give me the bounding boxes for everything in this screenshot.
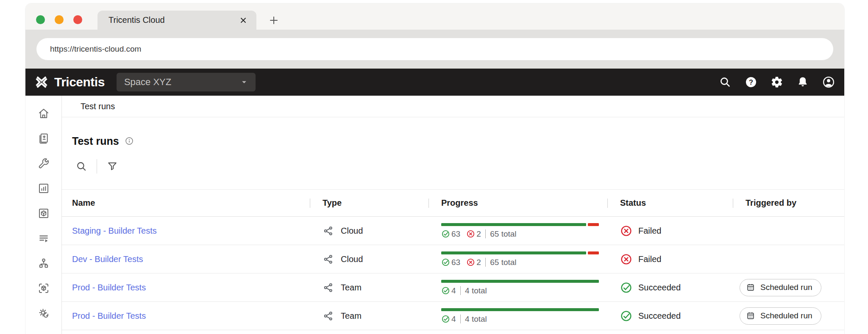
progress-passed-segment — [441, 280, 599, 283]
column-header-name[interactable]: Name — [62, 198, 310, 208]
column-header-triggered-by[interactable]: Triggered by — [733, 198, 844, 208]
failed-count-icon — [466, 258, 475, 267]
window-zoom-button[interactable] — [36, 15, 45, 24]
status-cell: Succeeded — [607, 310, 733, 322]
brand: Tricentis — [34, 75, 105, 90]
type-cell: Cloud — [310, 254, 428, 265]
progress-passed-segment — [441, 223, 586, 226]
passed-count-icon — [441, 258, 450, 267]
test-run-link[interactable]: Staging - Builder Tests — [62, 226, 310, 236]
total-count: 4 total — [465, 315, 487, 324]
column-header-status[interactable]: Status — [607, 198, 733, 208]
test-runs-table: Name Type Progress Status Triggered by S… — [62, 189, 844, 330]
sidebar-item-packages[interactable] — [25, 201, 62, 226]
sidebar-nav — [25, 96, 62, 334]
table-row: Dev - Builder Tests Cloud 63 — [62, 245, 844, 273]
search-icon[interactable] — [719, 76, 732, 88]
account-icon[interactable] — [822, 76, 835, 88]
column-header-type[interactable]: Type — [310, 198, 428, 208]
space-selector[interactable]: Space XYZ — [117, 73, 256, 91]
sidebar-item-automation-settings[interactable] — [25, 301, 62, 326]
progress-bar — [441, 280, 599, 283]
status-label: Failed — [638, 254, 661, 264]
progress-counts: 63 2 65 total — [441, 258, 517, 267]
progress-bar — [441, 251, 599, 254]
calendar-icon — [746, 311, 755, 320]
progress-passed-segment — [441, 308, 599, 311]
progress-cell: 4 4 total — [428, 308, 607, 324]
progress-bar — [441, 308, 599, 311]
address-bar[interactable]: https://tricentis-cloud.com — [36, 38, 833, 60]
share-icon — [323, 254, 334, 265]
type-label: Cloud — [341, 226, 363, 236]
calendar-icon — [746, 283, 755, 292]
status-failed-icon — [620, 253, 632, 265]
progress-failed-segment — [588, 251, 599, 254]
sidebar-item-model-scan[interactable] — [25, 276, 62, 301]
sidebar-item-home[interactable] — [25, 101, 62, 126]
browser-tab[interactable]: Tricentis Cloud — [97, 11, 256, 30]
total-count: 65 total — [490, 229, 516, 239]
toolbar-divider — [97, 159, 97, 174]
passed-count: 4 — [451, 315, 456, 324]
new-tab-icon[interactable] — [268, 14, 280, 26]
count-divider — [485, 229, 486, 238]
progress-counts: 4 4 total — [441, 286, 487, 295]
progress-bar — [441, 223, 599, 226]
count-divider — [460, 286, 461, 295]
sidebar-item-tools[interactable] — [25, 151, 62, 176]
browser-toolbar: https://tricentis-cloud.com — [25, 30, 844, 69]
sidebar-item-hierarchy[interactable] — [25, 251, 62, 276]
breadcrumb: Test runs — [62, 96, 844, 117]
status-label: Succeeded — [638, 311, 681, 321]
scheduled-run-chip: Scheduled run — [740, 279, 821, 296]
progress-passed-segment — [441, 251, 586, 254]
browser-tab-strip: Tricentis Cloud — [25, 3, 844, 30]
search-icon[interactable] — [75, 160, 87, 172]
status-succeeded-icon — [620, 310, 632, 322]
scheduled-run-label: Scheduled run — [760, 283, 812, 292]
type-label: Cloud — [341, 254, 363, 264]
scheduled-run-label: Scheduled run — [760, 311, 812, 320]
sidebar-item-test-runs[interactable] — [25, 226, 62, 251]
notifications-icon[interactable] — [796, 76, 809, 88]
total-count: 65 total — [490, 258, 516, 267]
triggered-by-cell: Scheduled run — [733, 279, 844, 296]
failed-count-icon — [466, 229, 475, 238]
help-icon[interactable]: ? — [745, 76, 757, 88]
column-header-progress[interactable]: Progress — [428, 198, 607, 208]
url-text: https://tricentis-cloud.com — [50, 44, 141, 54]
list-toolbar — [62, 151, 844, 182]
browser-window: Tricentis Cloud https://tricentis-cloud.… — [25, 3, 844, 334]
window-close-button[interactable] — [73, 15, 82, 24]
test-run-link[interactable]: Prod - Builder Tests — [62, 311, 310, 321]
share-icon — [323, 310, 334, 322]
tab-close-icon[interactable] — [238, 15, 249, 26]
type-label: Team — [341, 311, 362, 321]
sidebar-item-reports[interactable] — [25, 176, 62, 201]
share-icon — [323, 282, 334, 293]
test-run-link[interactable]: Dev - Builder Tests — [62, 254, 310, 264]
passed-count: 63 — [451, 258, 460, 267]
table-header: Name Type Progress Status Triggered by — [62, 189, 844, 217]
space-selector-value: Space XYZ — [124, 77, 171, 88]
type-label: Team — [341, 283, 362, 293]
status-label: Succeeded — [638, 283, 681, 293]
window-minimize-button[interactable] — [55, 15, 64, 24]
triggered-by-cell: Scheduled run — [733, 307, 844, 325]
settings-icon[interactable] — [771, 76, 783, 88]
count-divider — [460, 315, 461, 323]
failed-count: 2 — [476, 258, 481, 267]
tab-title: Tricentis Cloud — [108, 15, 165, 25]
window-controls — [36, 15, 82, 24]
filter-icon[interactable] — [106, 160, 118, 172]
sidebar-item-test-cases[interactable] — [25, 126, 62, 151]
progress-cell: 63 2 65 total — [428, 223, 607, 239]
test-run-link[interactable]: Prod - Builder Tests — [62, 283, 310, 293]
main-content: Test runs Test runs — [62, 96, 844, 334]
breadcrumb-item[interactable]: Test runs — [81, 102, 115, 111]
chevron-down-icon — [239, 77, 250, 88]
svg-text:?: ? — [749, 78, 753, 86]
info-icon[interactable] — [125, 136, 134, 146]
status-cell: Failed — [607, 253, 733, 265]
